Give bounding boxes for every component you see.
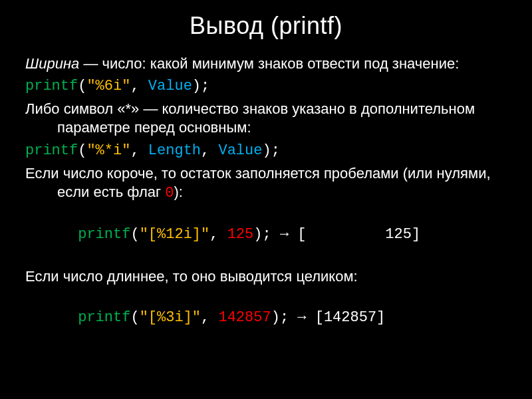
token-string: "%*i" xyxy=(86,142,130,159)
token-ident: Length xyxy=(148,142,201,159)
paragraph-width-def: Ширина — число: какой минимум знаков отв… xyxy=(25,55,507,73)
token-comma: , xyxy=(130,142,148,159)
paragraph-asterisk: Либо символ «*» — количество знаков указ… xyxy=(25,100,507,137)
token-string: "[%3i]" xyxy=(140,309,201,326)
slide: Вывод (printf) Ширина — число: какой мин… xyxy=(0,0,532,399)
flag-zero: 0 xyxy=(165,185,174,201)
token-comma: , xyxy=(201,309,218,326)
token-number: 142857 xyxy=(218,309,271,326)
paragraph-padding: Если число короче, то остаток заполняетс… xyxy=(25,164,507,203)
token-end: ); xyxy=(192,78,209,94)
token-end: ); xyxy=(253,226,271,243)
token-func: printf xyxy=(25,78,78,94)
code-example-3: printf("[%12i]", 125); → [ 125] xyxy=(25,207,507,263)
text: ): xyxy=(174,184,182,200)
token-func: printf xyxy=(78,309,130,326)
token-paren: ( xyxy=(130,226,139,243)
arrow: → xyxy=(271,226,298,243)
token-paren: ( xyxy=(78,142,86,159)
token-end: ); xyxy=(262,142,279,159)
token-comma: , xyxy=(130,78,148,94)
token-number: 125 xyxy=(227,226,254,243)
output: [ 125] xyxy=(297,226,420,243)
token-func: printf xyxy=(25,142,78,159)
code-example-1: printf("%6i", Value); xyxy=(25,77,507,96)
token-paren: ( xyxy=(78,78,86,94)
text: Если число короче, то остаток заполняетс… xyxy=(25,165,491,200)
token-ident: Value xyxy=(218,142,262,159)
slide-content: Ширина — число: какой минимум знаков отв… xyxy=(25,55,507,346)
code-example-2: printf("%*i", Length, Value); xyxy=(25,142,507,160)
paragraph-longer: Если число длиннее, то оно выводится цел… xyxy=(25,267,507,286)
term-width: Ширина xyxy=(25,55,79,72)
token-end: ); xyxy=(271,309,289,326)
token-comma: , xyxy=(201,142,218,159)
token-paren: ( xyxy=(130,309,139,326)
token-func: printf xyxy=(78,226,130,243)
arrow: → xyxy=(289,309,315,326)
code-example-4: printf("[%3i]", 142857); → [142857] xyxy=(25,290,507,346)
output: [142857] xyxy=(315,309,386,326)
token-ident: Value xyxy=(148,78,192,94)
token-comma: , xyxy=(209,226,227,243)
token-string: "[%12i]" xyxy=(140,226,210,243)
text: — число: какой минимум знаков отвести по… xyxy=(79,55,459,72)
token-string: "%6i" xyxy=(86,78,130,94)
slide-title: Вывод (printf) xyxy=(25,12,507,40)
